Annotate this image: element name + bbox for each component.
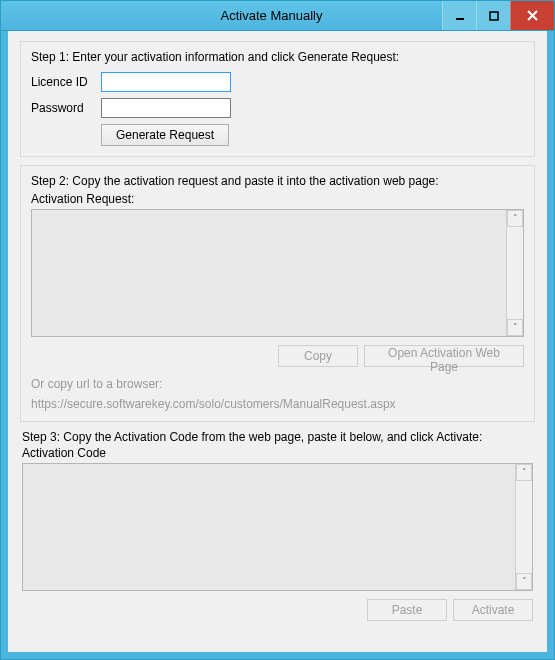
step3-group: Step 3: Copy the Activation Code from th…	[20, 430, 535, 621]
paste-button[interactable]: Paste	[367, 599, 447, 621]
close-button[interactable]	[510, 1, 554, 30]
svg-rect-0	[456, 18, 464, 20]
step2-group: Step 2: Copy the activation request and …	[20, 165, 535, 422]
activation-request-textarea[interactable]: ˄ ˅	[31, 209, 524, 337]
generate-request-button[interactable]: Generate Request	[101, 124, 229, 146]
activation-request-scrollbar[interactable]: ˄ ˅	[506, 210, 523, 336]
password-input[interactable]	[101, 98, 231, 118]
close-icon	[527, 10, 538, 21]
scroll-up-icon[interactable]: ˄	[516, 464, 532, 481]
step3-heading: Step 3: Copy the Activation Code from th…	[22, 430, 533, 444]
scroll-down-icon[interactable]: ˅	[516, 573, 532, 590]
url-hint-label: Or copy url to a browser:	[31, 377, 524, 391]
step2-heading: Step 2: Copy the activation request and …	[31, 174, 524, 188]
activation-code-value	[23, 464, 515, 590]
open-activation-page-button[interactable]: Open Activation Web Page	[364, 345, 524, 367]
scroll-up-icon[interactable]: ˄	[507, 210, 523, 227]
window-frame: Activate Manually Step 1: Enter your act…	[0, 0, 555, 660]
step1-heading: Step 1: Enter your activation informatio…	[31, 50, 524, 64]
svg-rect-1	[490, 12, 498, 20]
activation-url-text: https://secure.softwarekey.com/solo/cust…	[31, 397, 524, 411]
window-title: Activate Manually	[1, 1, 442, 30]
maximize-icon	[489, 11, 499, 21]
activate-button[interactable]: Activate	[453, 599, 533, 621]
licence-id-input[interactable]	[101, 72, 231, 92]
client-area: Step 1: Enter your activation informatio…	[1, 31, 554, 659]
copy-button[interactable]: Copy	[278, 345, 358, 367]
step1-group: Step 1: Enter your activation informatio…	[20, 41, 535, 157]
activation-request-label: Activation Request:	[31, 192, 524, 206]
minimize-button[interactable]	[442, 1, 476, 30]
activation-code-scrollbar[interactable]: ˄ ˅	[515, 464, 532, 590]
scroll-down-icon[interactable]: ˅	[507, 319, 523, 336]
window-controls	[442, 1, 554, 30]
licence-id-label: Licence ID	[31, 75, 101, 89]
activation-code-textarea[interactable]: ˄ ˅	[22, 463, 533, 591]
password-label: Password	[31, 101, 101, 115]
minimize-icon	[455, 11, 465, 21]
maximize-button[interactable]	[476, 1, 510, 30]
activation-request-value	[32, 210, 506, 336]
activation-code-label: Activation Code	[22, 446, 533, 460]
title-bar: Activate Manually	[1, 1, 554, 31]
